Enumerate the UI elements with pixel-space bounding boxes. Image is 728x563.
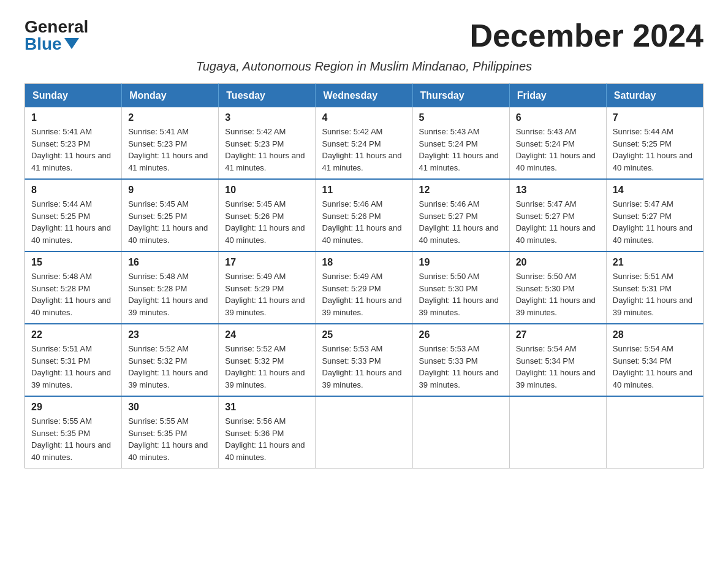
calendar-cell: 27 Sunrise: 5:54 AM Sunset: 5:34 PM Dayl…: [509, 324, 606, 396]
day-number: 26: [419, 329, 503, 340]
day-number: 2: [128, 112, 212, 123]
calendar-week-row: 8 Sunrise: 5:44 AM Sunset: 5:25 PM Dayli…: [25, 179, 703, 251]
day-number: 17: [225, 257, 309, 268]
day-info: Sunrise: 5:54 AM Sunset: 5:34 PM Dayligh…: [516, 343, 600, 391]
calendar-cell: 23 Sunrise: 5:52 AM Sunset: 5:32 PM Dayl…: [122, 324, 219, 396]
day-number: 13: [516, 185, 600, 196]
day-number: 21: [613, 257, 697, 268]
day-info: Sunrise: 5:45 AM Sunset: 5:26 PM Dayligh…: [225, 198, 309, 246]
calendar-cell: 26 Sunrise: 5:53 AM Sunset: 5:33 PM Dayl…: [412, 324, 509, 396]
day-info: Sunrise: 5:52 AM Sunset: 5:32 PM Dayligh…: [225, 343, 309, 391]
calendar-header-wednesday: Wednesday: [316, 84, 412, 108]
day-number: 3: [225, 112, 309, 123]
calendar-cell: 1 Sunrise: 5:41 AM Sunset: 5:23 PM Dayli…: [25, 107, 122, 179]
day-info: Sunrise: 5:49 AM Sunset: 5:29 PM Dayligh…: [225, 270, 309, 318]
day-info: Sunrise: 5:46 AM Sunset: 5:26 PM Dayligh…: [322, 198, 406, 246]
calendar-cell: 2 Sunrise: 5:41 AM Sunset: 5:23 PM Dayli…: [122, 107, 219, 179]
calendar-cell: [606, 396, 703, 469]
day-number: 27: [516, 329, 600, 340]
calendar-cell: 11 Sunrise: 5:46 AM Sunset: 5:26 PM Dayl…: [316, 179, 412, 251]
day-number: 18: [322, 257, 406, 268]
day-info: Sunrise: 5:50 AM Sunset: 5:30 PM Dayligh…: [419, 270, 503, 318]
day-info: Sunrise: 5:47 AM Sunset: 5:27 PM Dayligh…: [516, 198, 600, 246]
logo-triangle-icon: [64, 38, 79, 49]
calendar-cell: 18 Sunrise: 5:49 AM Sunset: 5:29 PM Dayl…: [316, 251, 412, 324]
calendar-cell: 10 Sunrise: 5:45 AM Sunset: 5:26 PM Dayl…: [219, 179, 316, 251]
day-info: Sunrise: 5:43 AM Sunset: 5:24 PM Dayligh…: [516, 126, 600, 174]
day-info: Sunrise: 5:44 AM Sunset: 5:25 PM Dayligh…: [613, 126, 697, 174]
calendar-header-monday: Monday: [122, 84, 219, 108]
day-info: Sunrise: 5:43 AM Sunset: 5:24 PM Dayligh…: [419, 126, 503, 174]
calendar-cell: 3 Sunrise: 5:42 AM Sunset: 5:23 PM Dayli…: [219, 107, 316, 179]
calendar-cell: 21 Sunrise: 5:51 AM Sunset: 5:31 PM Dayl…: [606, 251, 703, 324]
logo-general-text: General: [25, 18, 88, 36]
day-number: 9: [128, 185, 212, 196]
calendar-week-row: 22 Sunrise: 5:51 AM Sunset: 5:31 PM Dayl…: [25, 324, 703, 396]
day-number: 1: [31, 112, 115, 123]
day-info: Sunrise: 5:51 AM Sunset: 5:31 PM Dayligh…: [31, 343, 115, 391]
day-number: 10: [225, 185, 309, 196]
day-number: 7: [613, 112, 697, 123]
calendar-week-row: 1 Sunrise: 5:41 AM Sunset: 5:23 PM Dayli…: [25, 107, 703, 179]
calendar-cell: 14 Sunrise: 5:47 AM Sunset: 5:27 PM Dayl…: [606, 179, 703, 251]
day-number: 30: [128, 402, 212, 413]
day-info: Sunrise: 5:47 AM Sunset: 5:27 PM Dayligh…: [613, 198, 697, 246]
day-info: Sunrise: 5:53 AM Sunset: 5:33 PM Dayligh…: [322, 343, 406, 391]
day-info: Sunrise: 5:53 AM Sunset: 5:33 PM Dayligh…: [419, 343, 503, 391]
day-info: Sunrise: 5:42 AM Sunset: 5:23 PM Dayligh…: [225, 126, 309, 174]
day-info: Sunrise: 5:51 AM Sunset: 5:31 PM Dayligh…: [613, 270, 697, 318]
day-info: Sunrise: 5:41 AM Sunset: 5:23 PM Dayligh…: [31, 126, 115, 174]
calendar-cell: 12 Sunrise: 5:46 AM Sunset: 5:27 PM Dayl…: [412, 179, 509, 251]
day-number: 16: [128, 257, 212, 268]
calendar-table: SundayMondayTuesdayWednesdayThursdayFrid…: [25, 83, 703, 469]
day-number: 12: [419, 185, 503, 196]
calendar-header-sunday: Sunday: [25, 84, 122, 108]
day-number: 8: [31, 185, 115, 196]
calendar-week-row: 29 Sunrise: 5:55 AM Sunset: 5:35 PM Dayl…: [25, 396, 703, 469]
logo-blue-text: Blue: [25, 36, 79, 53]
day-number: 20: [516, 257, 600, 268]
calendar-header-saturday: Saturday: [606, 84, 703, 108]
calendar-cell: 13 Sunrise: 5:47 AM Sunset: 5:27 PM Dayl…: [509, 179, 606, 251]
day-number: 14: [613, 185, 697, 196]
day-info: Sunrise: 5:55 AM Sunset: 5:35 PM Dayligh…: [128, 415, 212, 463]
calendar-cell: 28 Sunrise: 5:54 AM Sunset: 5:34 PM Dayl…: [606, 324, 703, 396]
calendar-header-friday: Friday: [509, 84, 606, 108]
day-number: 28: [613, 329, 697, 340]
day-info: Sunrise: 5:54 AM Sunset: 5:34 PM Dayligh…: [613, 343, 697, 391]
calendar-cell: 30 Sunrise: 5:55 AM Sunset: 5:35 PM Dayl…: [122, 396, 219, 469]
calendar-cell: 6 Sunrise: 5:43 AM Sunset: 5:24 PM Dayli…: [509, 107, 606, 179]
day-info: Sunrise: 5:48 AM Sunset: 5:28 PM Dayligh…: [31, 270, 115, 318]
calendar-cell: 20 Sunrise: 5:50 AM Sunset: 5:30 PM Dayl…: [509, 251, 606, 324]
calendar-header-thursday: Thursday: [412, 84, 509, 108]
calendar-cell: [412, 396, 509, 469]
calendar-cell: 19 Sunrise: 5:50 AM Sunset: 5:30 PM Dayl…: [412, 251, 509, 324]
page-header: General Blue December 2024: [25, 18, 703, 53]
day-number: 25: [322, 329, 406, 340]
calendar-cell: [509, 396, 606, 469]
calendar-cell: 4 Sunrise: 5:42 AM Sunset: 5:24 PM Dayli…: [316, 107, 412, 179]
day-info: Sunrise: 5:55 AM Sunset: 5:35 PM Dayligh…: [31, 415, 115, 463]
day-number: 5: [419, 112, 503, 123]
day-number: 24: [225, 329, 309, 340]
day-info: Sunrise: 5:41 AM Sunset: 5:23 PM Dayligh…: [128, 126, 212, 174]
calendar-cell: 5 Sunrise: 5:43 AM Sunset: 5:24 PM Dayli…: [412, 107, 509, 179]
calendar-cell: 16 Sunrise: 5:48 AM Sunset: 5:28 PM Dayl…: [122, 251, 219, 324]
day-info: Sunrise: 5:42 AM Sunset: 5:24 PM Dayligh…: [322, 126, 406, 174]
calendar-header-tuesday: Tuesday: [219, 84, 316, 108]
day-info: Sunrise: 5:46 AM Sunset: 5:27 PM Dayligh…: [419, 198, 503, 246]
day-info: Sunrise: 5:56 AM Sunset: 5:36 PM Dayligh…: [225, 415, 309, 463]
calendar-header-row: SundayMondayTuesdayWednesdayThursdayFrid…: [25, 84, 703, 108]
page-title: December 2024: [469, 18, 703, 53]
day-info: Sunrise: 5:49 AM Sunset: 5:29 PM Dayligh…: [322, 270, 406, 318]
calendar-week-row: 15 Sunrise: 5:48 AM Sunset: 5:28 PM Dayl…: [25, 251, 703, 324]
day-info: Sunrise: 5:45 AM Sunset: 5:25 PM Dayligh…: [128, 198, 212, 246]
day-number: 6: [516, 112, 600, 123]
calendar-cell: 9 Sunrise: 5:45 AM Sunset: 5:25 PM Dayli…: [122, 179, 219, 251]
subtitle: Tugaya, Autonomous Region in Muslim Mind…: [25, 59, 703, 74]
calendar-cell: 31 Sunrise: 5:56 AM Sunset: 5:36 PM Dayl…: [219, 396, 316, 469]
day-number: 29: [31, 402, 115, 413]
logo: General Blue: [25, 18, 88, 53]
day-number: 23: [128, 329, 212, 340]
calendar-cell: 17 Sunrise: 5:49 AM Sunset: 5:29 PM Dayl…: [219, 251, 316, 324]
